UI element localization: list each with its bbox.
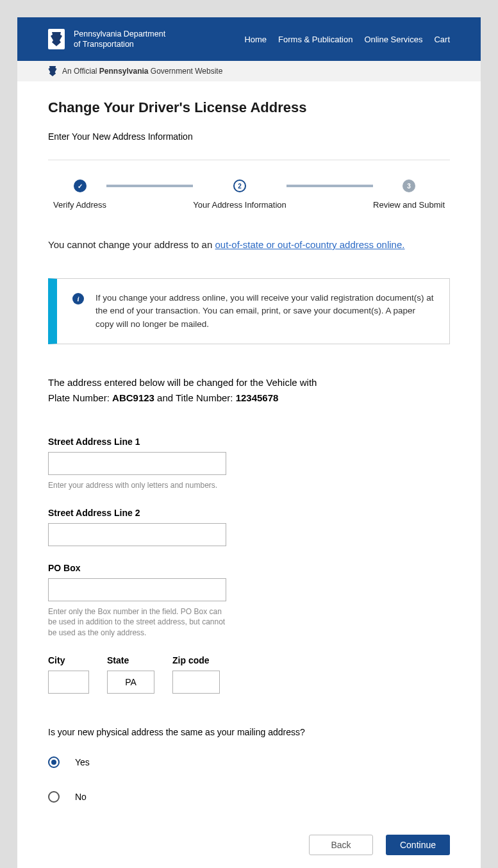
mailing-question: Is your new physical address the same as…	[48, 727, 450, 737]
step-connector-1	[106, 185, 193, 187]
step-3: 3 Review and Submit	[373, 179, 445, 210]
step-3-circle: 3	[403, 179, 415, 192]
divider	[48, 160, 450, 160]
plate-number: ABC9123	[112, 392, 154, 403]
step-1-circle: ✓	[74, 179, 87, 192]
nav-forms[interactable]: Forms & Publication	[278, 35, 353, 44]
title-number: 12345678	[236, 392, 279, 403]
pobox-help: Enter only the Box number in the field. …	[48, 606, 228, 638]
header-nav: Pennsylvania Department of Transportatio…	[17, 17, 481, 61]
pobox-input[interactable]	[48, 578, 226, 601]
pobox-label: PO Box	[48, 563, 450, 573]
step-1: ✓ Verify Address	[53, 179, 106, 210]
street1-label: Street Address Line 1	[48, 437, 450, 447]
official-gov-bar: An Official Pennsylvania Government Webs…	[17, 61, 481, 81]
header-brand: Pennsylvania Department of Transportatio…	[48, 29, 165, 50]
page-title: Change Your Driver's License Address	[48, 99, 450, 116]
nav-links: Home Forms & Publication Online Services…	[244, 35, 450, 44]
radio-yes-label: Yes	[75, 757, 90, 767]
zip-input[interactable]	[172, 671, 220, 694]
info-callout: i If you change your address online, you…	[48, 278, 450, 344]
street2-label: Street Address Line 2	[48, 508, 450, 518]
continue-button[interactable]: Continue	[386, 835, 450, 855]
warning-text: You cannot change your address to an out…	[48, 239, 450, 250]
info-icon: i	[72, 293, 84, 305]
gov-bar-suffix: Government Website	[149, 67, 223, 76]
step-connector-2	[286, 185, 373, 187]
step-2-label: Your Address Information	[193, 200, 286, 210]
state-label: State	[107, 655, 154, 665]
context-text: The address entered below will be change…	[48, 375, 450, 406]
nav-cart[interactable]: Cart	[434, 35, 450, 44]
info-text: If you change your address online, you w…	[95, 292, 434, 331]
city-label: City	[48, 655, 89, 665]
nav-services[interactable]: Online Services	[364, 35, 422, 44]
radio-yes-circle	[48, 756, 60, 768]
button-row: Back Continue	[48, 835, 450, 855]
gov-bar-state: Pennsylvania	[99, 67, 149, 76]
out-of-state-link[interactable]: out-of-state or out-of-country address o…	[215, 239, 404, 250]
radio-no-circle	[48, 791, 60, 803]
page-subtitle: Enter Your New Address Information	[48, 131, 450, 142]
gov-bar-prefix: An Official	[62, 67, 99, 76]
keystone-icon	[48, 66, 57, 76]
penndot-logo	[48, 29, 65, 49]
street2-input[interactable]	[48, 523, 226, 546]
department-name: Pennsylvania Department of Transportatio…	[74, 29, 165, 50]
radio-no-label: No	[75, 792, 87, 802]
nav-home[interactable]: Home	[244, 35, 267, 44]
state-input[interactable]	[107, 671, 154, 694]
city-input[interactable]	[48, 671, 89, 694]
radio-no[interactable]: No	[48, 791, 450, 803]
radio-yes[interactable]: Yes	[48, 756, 450, 768]
zip-label: Zip code	[172, 655, 220, 665]
street1-input[interactable]	[48, 452, 226, 475]
step-2-circle: 2	[233, 179, 246, 192]
step-3-label: Review and Submit	[373, 200, 445, 210]
mailing-radio-group: Yes No	[48, 756, 450, 803]
stepper: ✓ Verify Address 2 Your Address Informat…	[48, 179, 450, 210]
check-icon: ✓	[78, 183, 83, 190]
step-2: 2 Your Address Information	[193, 179, 286, 210]
back-button[interactable]: Back	[309, 835, 373, 855]
step-1-label: Verify Address	[53, 200, 106, 210]
street1-help: Enter your address with only letters and…	[48, 480, 228, 491]
